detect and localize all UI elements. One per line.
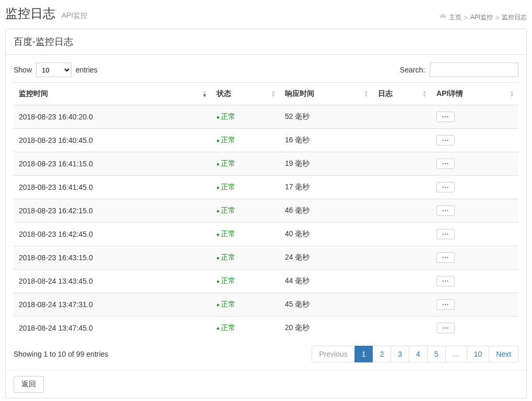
status-dot-icon: ● bbox=[217, 208, 220, 214]
column-header[interactable]: API详情▲▼ bbox=[431, 83, 518, 105]
search-control: Search: bbox=[400, 63, 518, 77]
cell-time: 2018-08-24 13:43:45.0 bbox=[14, 270, 211, 293]
detail-button[interactable]: ··· bbox=[436, 159, 455, 169]
sort-icon: ▲▼ bbox=[510, 90, 514, 98]
column-header[interactable]: 响应时间▲▼ bbox=[280, 83, 373, 105]
cell-api-detail: ··· bbox=[431, 270, 518, 293]
pagination-next[interactable]: Next bbox=[489, 346, 518, 362]
cell-status: ●正常 bbox=[211, 317, 280, 340]
search-input[interactable] bbox=[430, 63, 518, 77]
table-row: 2018-08-23 16:43:15.0●正常24 毫秒··· bbox=[14, 246, 518, 270]
pagination-page[interactable]: 5 bbox=[427, 346, 446, 362]
breadcrumb-mid[interactable]: API监控 bbox=[470, 13, 493, 22]
status-dot-icon: ● bbox=[217, 278, 220, 284]
table-row: 2018-08-23 16:42:45.0●正常40 毫秒··· bbox=[14, 223, 518, 246]
main-panel: 百度-监控日志 Show 102550100 entries Search: 监… bbox=[5, 29, 527, 398]
table-row: 2018-08-23 16:41:15.0●正常19 毫秒··· bbox=[14, 152, 518, 176]
cell-status: ●正常 bbox=[211, 293, 280, 317]
column-header[interactable]: 监控时间▲▼ bbox=[14, 83, 211, 105]
table-row: 2018-08-23 16:41:45.0●正常17 毫秒··· bbox=[14, 176, 518, 199]
length-show-label: Show bbox=[14, 66, 32, 74]
detail-button[interactable]: ··· bbox=[436, 323, 455, 333]
panel-heading: 百度-监控日志 bbox=[6, 29, 526, 55]
pagination: Previous12345…10Next bbox=[312, 346, 518, 362]
pagination-page[interactable]: 10 bbox=[467, 346, 490, 362]
sort-icon: ▲▼ bbox=[271, 90, 276, 98]
table-row: 2018-08-23 16:40:45.0●正常16 毫秒··· bbox=[14, 129, 518, 152]
column-header-label: 状态 bbox=[217, 89, 231, 98]
pagination-page[interactable]: 4 bbox=[409, 346, 428, 362]
breadcrumb-separator: > bbox=[464, 14, 468, 21]
datatable-top: Show 102550100 entries Search: bbox=[14, 63, 518, 77]
cell-time: 2018-08-24 13:47:45.0 bbox=[14, 317, 211, 340]
cell-api-detail: ··· bbox=[431, 317, 518, 340]
table-header-row: 监控时间▲▼状态▲▼响应时间▲▼日志▲▼API详情▲▼ bbox=[14, 83, 518, 105]
table-row: 2018-08-24 13:47:45.0●正常20 毫秒··· bbox=[14, 317, 518, 340]
page-title-main: 监控日志 bbox=[5, 6, 55, 20]
detail-button[interactable]: ··· bbox=[436, 252, 455, 263]
cell-log bbox=[373, 246, 431, 270]
cell-response-time: 40 毫秒 bbox=[280, 223, 373, 246]
cell-log bbox=[373, 317, 431, 340]
back-button[interactable]: 返回 bbox=[14, 376, 44, 393]
detail-button[interactable]: ··· bbox=[436, 299, 455, 310]
status-dot-icon: ● bbox=[217, 185, 220, 190]
cell-api-detail: ··· bbox=[431, 176, 518, 199]
cell-time: 2018-08-23 16:42:15.0 bbox=[14, 199, 211, 223]
status-dot-icon: ● bbox=[217, 114, 220, 120]
table-row: 2018-08-23 16:42:15.0●正常46 毫秒··· bbox=[14, 199, 518, 223]
page-title: 监控日志 API监控 bbox=[5, 5, 88, 22]
cell-status: ●正常 bbox=[211, 152, 280, 176]
pagination-previous[interactable]: Previous bbox=[312, 346, 354, 362]
length-entries-label: entries bbox=[76, 66, 98, 74]
datatable-bottom: Showing 1 to 10 of 99 entries Previous12… bbox=[14, 346, 518, 362]
detail-button[interactable]: ··· bbox=[436, 276, 455, 286]
column-header[interactable]: 状态▲▼ bbox=[211, 83, 280, 105]
column-header[interactable]: 日志▲▼ bbox=[373, 83, 431, 105]
sort-icon: ▲▼ bbox=[422, 90, 427, 98]
breadcrumb-separator: > bbox=[495, 14, 499, 21]
detail-button[interactable]: ··· bbox=[436, 205, 455, 216]
cell-response-time: 20 毫秒 bbox=[280, 317, 373, 340]
table-info: Showing 1 to 10 of 99 entries bbox=[14, 350, 108, 358]
cell-time: 2018-08-23 16:43:15.0 bbox=[14, 246, 211, 270]
cell-log bbox=[373, 105, 431, 129]
cell-api-detail: ··· bbox=[431, 199, 518, 223]
cell-response-time: 17 毫秒 bbox=[280, 176, 373, 199]
table-row: 2018-08-24 13:47:31.0●正常45 毫秒··· bbox=[14, 293, 518, 317]
detail-button[interactable]: ··· bbox=[436, 182, 455, 192]
length-control: Show 102550100 entries bbox=[14, 63, 98, 77]
cell-response-time: 45 毫秒 bbox=[280, 293, 373, 317]
pagination-page[interactable]: 3 bbox=[391, 346, 409, 362]
detail-button[interactable]: ··· bbox=[436, 229, 455, 239]
cell-response-time: 46 毫秒 bbox=[280, 199, 373, 223]
cell-response-time: 24 毫秒 bbox=[280, 246, 373, 270]
status-dot-icon: ● bbox=[217, 302, 220, 308]
log-table: 监控时间▲▼状态▲▼响应时间▲▼日志▲▼API详情▲▼ 2018-08-23 1… bbox=[14, 82, 518, 339]
cell-log bbox=[373, 129, 431, 152]
cell-status: ●正常 bbox=[211, 270, 280, 293]
pagination-page[interactable]: 1 bbox=[354, 346, 373, 362]
sort-icon: ▲▼ bbox=[364, 90, 369, 98]
cell-status: ●正常 bbox=[211, 176, 280, 199]
cell-api-detail: ··· bbox=[431, 129, 518, 152]
dashboard-icon bbox=[440, 14, 446, 21]
detail-button[interactable]: ··· bbox=[436, 135, 455, 145]
detail-button[interactable]: ··· bbox=[436, 112, 455, 122]
cell-time: 2018-08-23 16:40:20.0 bbox=[14, 105, 211, 129]
page-title-subtitle: API监控 bbox=[62, 11, 88, 19]
cell-status: ●正常 bbox=[211, 223, 280, 246]
breadcrumb-home[interactable]: 主页 bbox=[449, 13, 462, 22]
pagination-page[interactable]: 2 bbox=[372, 346, 391, 362]
breadcrumb: 主页 > API监控 > 监控日志 bbox=[440, 13, 527, 22]
status-dot-icon: ● bbox=[217, 232, 220, 237]
cell-api-detail: ··· bbox=[431, 293, 518, 317]
cell-log bbox=[373, 223, 431, 246]
cell-log bbox=[373, 293, 431, 317]
cell-status: ●正常 bbox=[211, 199, 280, 223]
cell-time: 2018-08-24 13:47:31.0 bbox=[14, 293, 211, 317]
length-select[interactable]: 102550100 bbox=[36, 63, 72, 77]
page-header: 监控日志 API监控 主页 > API监控 > 监控日志 bbox=[5, 0, 527, 25]
status-dot-icon: ● bbox=[217, 161, 220, 167]
cell-api-detail: ··· bbox=[431, 105, 518, 129]
